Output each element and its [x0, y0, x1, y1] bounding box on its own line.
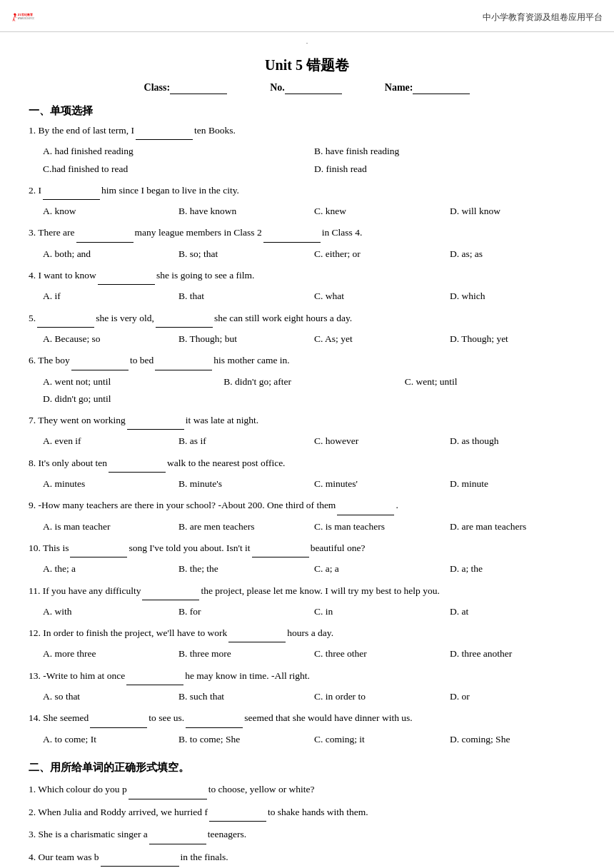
svg-line-1: [14, 16, 15, 19]
question-11: 11. If you have any difficulty the proje…: [29, 582, 585, 600]
options-12: A. more three B. three more C. three oth…: [43, 645, 585, 662]
logo-area: 21世纪教育 WWW.21CNJY.COM: [11, 6, 37, 29]
question-8: 8. It's only about ten walk to the neare…: [29, 455, 585, 473]
svg-text:21世纪教育: 21世纪教育: [18, 13, 34, 16]
dot-separator: ·: [29, 39, 585, 47]
options-13: A. so that B. such that C. in order to D…: [43, 688, 585, 705]
svg-line-2: [15, 16, 16, 18]
fill-q2: 2. When Julia and Roddy arrived, we hurr…: [29, 803, 585, 822]
options-2: A. know B. have known C. knew D. will kn…: [43, 203, 585, 220]
student-info-row: Class: No. Name:: [29, 82, 585, 94]
question-7: 7. They went on working it was late at n…: [29, 412, 585, 430]
question-1: 1. By the end of last term, I ten Books.: [29, 122, 585, 140]
options-4: A. if B. that C. what D. which: [43, 288, 585, 305]
section2-title: 二、用所给单词的正确形式填空。: [29, 761, 585, 774]
class-field: Class:: [144, 82, 228, 94]
section1-title: 一、单项选择: [29, 104, 585, 118]
question-6: 6. The boy to bed his mother came in.: [29, 352, 585, 370]
question-2: 2. I him since I began to live in the ci…: [29, 182, 585, 200]
svg-text:WWW.21CNJY.COM: WWW.21CNJY.COM: [18, 17, 34, 20]
options-1: A. had finished reading B. have finish r…: [43, 143, 585, 178]
options-5: A. Because; so B. Though; but C. As; yet…: [43, 330, 585, 348]
options-6: A. went not; until B. didn't go; after C…: [43, 373, 585, 408]
options-9: A. is man teacher B. are men teachers C.…: [43, 518, 585, 535]
fill-q4: 4. Our team was b in the finals.: [29, 848, 585, 867]
question-9: 9. -How many teachers are there in your …: [29, 497, 585, 515]
main-content: · Unit 5 错题卷 Class: No. Name: 一、单项选择 1. …: [0, 32, 614, 868]
options-14: A. to come; It B. to come; She C. coming…: [43, 731, 585, 748]
options-7: A. even if B. as if C. however D. as tho…: [43, 433, 585, 450]
options-3: A. both; and B. so; that C. either; or D…: [43, 246, 585, 263]
page-header: 21世纪教育 WWW.21CNJY.COM 中小学教育资源及组卷应用平台: [0, 0, 614, 32]
page-title: Unit 5 错题卷: [29, 56, 585, 75]
fill-q1: 1. Which colour do you p to choose, yell…: [29, 780, 585, 799]
question-10: 10. This is song I've told you about. Is…: [29, 540, 585, 557]
name-field: Name:: [385, 82, 470, 94]
question-14: 14. She seemed to see us. seemed that sh…: [29, 710, 585, 727]
header-right-text: 中小学教育资源及组卷应用平台: [483, 11, 603, 24]
options-8: A. minutes B. minute's C. minutes' D. mi…: [43, 475, 585, 493]
question-4: 4. I want to know she is going to see a …: [29, 267, 585, 285]
options-11: A. with B. for C. in D. at: [43, 603, 585, 620]
question-5: 5. she is very old, she can still work e…: [29, 310, 585, 328]
no-field: No.: [270, 82, 342, 94]
options-10: A. the; a B. the; the C. a; a D. a; the: [43, 560, 585, 577]
logo-icon: 21世纪教育 WWW.21CNJY.COM: [11, 6, 34, 29]
fill-q3: 3. She is a charismatic singer a teenage…: [29, 825, 585, 844]
question-13: 13. -Write to him at once he may know in…: [29, 667, 585, 685]
question-3: 3. There are many league members in Clas…: [29, 224, 585, 242]
svg-line-4: [14, 19, 15, 21]
question-12: 12. In order to finish the project, we'l…: [29, 625, 585, 642]
